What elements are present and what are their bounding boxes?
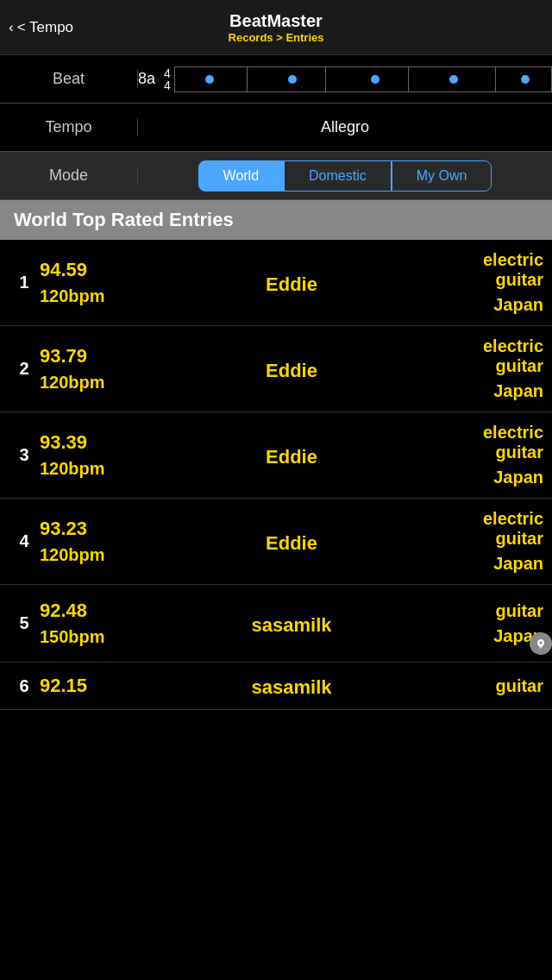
- tempo-row: Tempo Allegro: [0, 104, 552, 152]
- beat-dot: [449, 75, 458, 84]
- entry-score-bpm: 94.59 120bpm: [40, 259, 208, 306]
- tempo-label: Tempo: [0, 118, 138, 136]
- beat-divider: [495, 67, 496, 91]
- entry-instrument-country: guitar Japan: [375, 601, 543, 646]
- entry-country: Japan: [493, 468, 543, 487]
- entry-score-bpm: 93.23 120bpm: [40, 518, 208, 565]
- entry-name: Eddie: [208, 443, 376, 468]
- location-icon: [530, 632, 552, 655]
- beat-dot: [521, 75, 530, 84]
- section-title: World Top Rated Entries: [14, 209, 538, 231]
- table-row: 3 93.39 120bpm Eddie electricguitar Japa…: [0, 412, 552, 499]
- entry-bpm: 120bpm: [40, 286, 208, 306]
- table-row: 2 93.79 120bpm Eddie electricguitar Japa…: [0, 326, 552, 412]
- entry-rank: 5: [9, 613, 40, 633]
- mode-domestic-button[interactable]: Domestic: [284, 160, 392, 192]
- table-row: 1 94.59 120bpm Eddie electricguitar Japa…: [0, 240, 552, 326]
- entry-instrument-country: electricguitar Japan: [375, 250, 543, 315]
- entry-score: 92.48: [40, 600, 208, 622]
- entry-instrument: guitar: [495, 676, 543, 696]
- svg-point-1: [540, 641, 543, 644]
- entry-name: Eddie: [208, 270, 376, 296]
- entry-bpm: 120bpm: [40, 545, 208, 565]
- entry-instrument-country: electricguitar Japan: [375, 336, 543, 401]
- entry-instrument: electricguitar: [483, 336, 543, 376]
- entry-instrument: electricguitar: [483, 250, 543, 290]
- section-header: World Top Rated Entries: [0, 200, 552, 240]
- nav-title: BeatMaster Records > Entries: [229, 11, 324, 44]
- breadcrumb: Records > Entries: [229, 31, 324, 44]
- entry-score: 93.39: [40, 431, 208, 454]
- entry-bpm: 120bpm: [40, 459, 208, 479]
- entry-country: Japan: [493, 381, 543, 401]
- entry-score-bpm: 92.15: [40, 675, 208, 697]
- entry-score-bpm: 92.48 150bpm: [40, 600, 208, 647]
- mode-myown-button[interactable]: My Own: [392, 160, 492, 192]
- entry-score-bpm: 93.39 120bpm: [40, 431, 208, 479]
- beat-grid: [174, 66, 552, 92]
- nav-bar: ‹ < Tempo BeatMaster Records > Entries: [0, 0, 552, 55]
- back-button[interactable]: ‹ < Tempo: [9, 19, 73, 36]
- entry-instrument-country: electricguitar Japan: [375, 423, 543, 487]
- entry-score: 92.15: [40, 675, 208, 697]
- beat-dot: [371, 75, 380, 84]
- app-title: BeatMaster: [229, 11, 324, 31]
- entry-rank: 1: [9, 273, 40, 292]
- beat-divider: [408, 67, 409, 91]
- beat-divider: [325, 67, 326, 91]
- beat-row: Beat 8a 4 4: [0, 55, 552, 104]
- entry-bpm: 150bpm: [40, 627, 208, 647]
- entry-name: sasamilk: [208, 611, 376, 637]
- beat-code: 8a: [138, 70, 155, 88]
- beat-fraction: 4 4: [164, 67, 171, 91]
- entry-country: Japan: [493, 554, 543, 574]
- beat-value: 8a 4 4: [138, 66, 552, 92]
- entry-country: Japan: [493, 295, 543, 315]
- entry-bpm: 120bpm: [40, 373, 208, 393]
- back-label[interactable]: < Tempo: [17, 19, 73, 36]
- beat-label: Beat: [0, 70, 138, 88]
- table-row: 5 92.48 150bpm sasamilk guitar Japan: [0, 585, 552, 663]
- entry-rank: 3: [9, 445, 40, 465]
- mode-world-button[interactable]: World: [198, 160, 285, 192]
- table-row: 6 92.15 sasamilk guitar: [0, 663, 552, 710]
- entry-score: 93.79: [40, 345, 208, 368]
- mode-row: Mode World Domestic My Own: [0, 152, 552, 200]
- entries-list: 1 94.59 120bpm Eddie electricguitar Japa…: [0, 240, 552, 710]
- entry-score: 93.23: [40, 518, 208, 540]
- tempo-value: Allegro: [138, 118, 552, 136]
- entry-rank: 2: [9, 359, 40, 379]
- entry-rank: 6: [9, 676, 40, 696]
- entry-name: Eddie: [208, 529, 376, 555]
- entry-rank: 4: [9, 531, 40, 551]
- entry-instrument-country: guitar: [375, 676, 543, 696]
- mode-label: Mode: [0, 166, 138, 185]
- entry-instrument: electricguitar: [483, 509, 543, 549]
- back-chevron: ‹: [9, 19, 14, 36]
- beat-dot: [288, 75, 297, 84]
- entry-instrument-country: electricguitar Japan: [375, 509, 543, 574]
- table-row: 4 93.23 120bpm Eddie electricguitar Japa…: [0, 499, 552, 585]
- entry-instrument: electricguitar: [483, 423, 543, 462]
- entry-score-bpm: 93.79 120bpm: [40, 345, 208, 393]
- entry-score: 94.59: [40, 259, 208, 281]
- beat-dot: [205, 75, 214, 84]
- mode-buttons: World Domestic My Own: [138, 154, 552, 198]
- entry-name: Eddie: [208, 356, 376, 382]
- beat-divider: [247, 67, 248, 91]
- entry-name: sasamilk: [208, 673, 376, 699]
- entry-instrument: guitar: [495, 601, 543, 621]
